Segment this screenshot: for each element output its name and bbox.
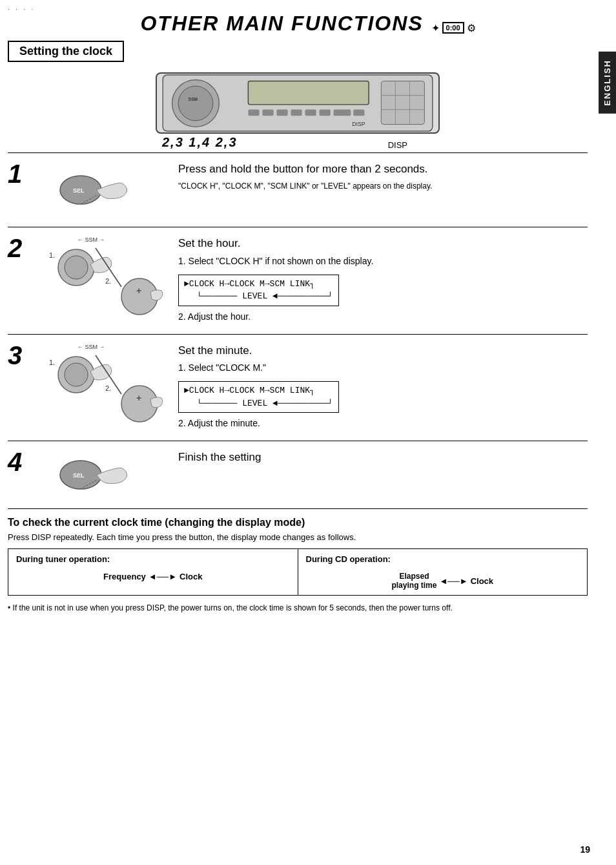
step-2-main: Set the hour. xyxy=(178,235,588,252)
step-1-number: 1 xyxy=(8,161,34,187)
diagram-label-disp: DISP xyxy=(388,140,407,150)
step-2-number: 2 xyxy=(8,235,34,261)
cd-clock-label: Clock xyxy=(471,576,493,586)
cd-arrows-row: Elapsedplaying time ◄──► Clock xyxy=(391,572,493,590)
step-1-illustration: SEL xyxy=(39,161,168,219)
step1-svg: SEL xyxy=(45,161,161,219)
step-1-main: Press and hold the button for more than … xyxy=(178,161,588,178)
svg-rect-10 xyxy=(320,110,331,116)
svg-rect-5 xyxy=(248,110,259,116)
cd-operation-header: During CD operation: xyxy=(306,554,580,564)
svg-text:2.: 2. xyxy=(105,277,111,285)
svg-text:← SSM →: ← SSM → xyxy=(77,344,105,350)
step-4-text: Finish the setting xyxy=(168,449,588,468)
diagram-labels: 2,3 1,4 2,3 DISP xyxy=(162,135,433,150)
step-2-sub2: 2. Adjust the hour. xyxy=(178,310,588,324)
step-2-display-line1: ►CLOCK H→CLOCK M→SCM LINK┐ xyxy=(184,278,333,291)
tuner-clock-label: Clock xyxy=(180,572,202,581)
tuner-operation-header: During tuner operation: xyxy=(16,554,290,564)
step-2-illustration: ← SSM → 1. 2. + xyxy=(39,235,168,319)
svg-text:1.: 1. xyxy=(49,251,55,259)
svg-text:+: + xyxy=(136,393,141,403)
diagram-label-left: 2,3 1,4 2,3 xyxy=(162,135,238,150)
step-4-number: 4 xyxy=(8,449,34,475)
step2-svg: ← SSM → 1. 2. + xyxy=(44,235,163,319)
step-3: 3 ← SSM → 1. 2. + Set the xyxy=(8,334,588,441)
cd-operation-cell: During CD operation: Elapsedplaying time… xyxy=(298,549,588,596)
svg-text:+: + xyxy=(136,286,141,296)
star-icon: ✦ xyxy=(431,22,440,34)
step-3-display-line1: ►CLOCK H→CLOCK M→SCM LINK┐ xyxy=(184,384,333,397)
gear-icon: ⚙ xyxy=(467,22,476,34)
bullet-note: • If the unit is not in use when you pre… xyxy=(8,602,588,614)
tuner-arrow-icon: ◄──► xyxy=(149,572,177,581)
step-1: 1 SEL Press and hold the button for more… xyxy=(8,152,588,227)
english-tab: ENGLISH xyxy=(599,52,616,114)
step-3-display: ►CLOCK H→CLOCK M→SCM LINK┐ └─────── LEVE… xyxy=(178,381,339,413)
step-3-sub1: 1. Select "CLOCK M." xyxy=(178,361,588,375)
check-desc: Press DISP repeatedly. Each time you pre… xyxy=(8,532,588,542)
step3-svg: ← SSM → 1. 2. + xyxy=(44,342,163,426)
svg-text:2.: 2. xyxy=(105,384,111,392)
step-2-text: Set the hour. 1. Select "CLOCK H" if not… xyxy=(168,235,588,326)
step-3-main: Set the minute. xyxy=(178,342,588,359)
header-icons: ✦ 0:00 ⚙ xyxy=(431,22,476,34)
svg-point-2 xyxy=(178,86,213,121)
step-3-number: 3 xyxy=(8,342,34,368)
svg-rect-4 xyxy=(248,81,369,104)
section-title: Setting the clock xyxy=(8,41,124,62)
step-3-display-line2: └─────── LEVEL ◄──────────┘ xyxy=(184,397,333,410)
svg-text:SEL: SEL xyxy=(73,472,85,479)
svg-point-25 xyxy=(65,256,88,279)
step-2-sub1: 1. Select "CLOCK H" if not shown on the … xyxy=(178,255,588,268)
cd-arrow-icon: ◄──► xyxy=(439,576,467,586)
frequency-label: Frequency xyxy=(103,572,146,581)
bullet-text: If the unit is not in use when you press… xyxy=(13,603,453,612)
cd-arrows: Elapsedplaying time ◄──► Clock xyxy=(306,572,580,590)
tuner-operation-cell: During tuner operation: Frequency ◄──► C… xyxy=(8,549,298,596)
svg-rect-6 xyxy=(262,110,273,116)
step-2-display: ►CLOCK H→CLOCK M→SCM LINK┐ └─────── LEVE… xyxy=(178,275,339,306)
step-4-main: Finish the setting xyxy=(178,449,588,466)
step-3-sub2: 2. Adjust the minute. xyxy=(178,417,588,430)
svg-rect-13 xyxy=(381,81,424,124)
step-4: 4 SEL Finish the setting xyxy=(8,441,588,508)
step-1-text: Press and hold the button for more than … xyxy=(168,161,588,192)
bullet-icon: • xyxy=(8,603,10,612)
step-2: 2 ← SSM → 1. 2. + xyxy=(8,227,588,334)
tuner-operation-content: Frequency ◄──► Clock xyxy=(16,569,290,581)
main-content: Setting the clock SSM xyxy=(0,41,595,632)
step-4-illustration: SEL xyxy=(39,449,168,501)
check-title: To check the current clock time (changin… xyxy=(8,517,588,528)
step-3-text: Set the minute. 1. Select "CLOCK M." ►CL… xyxy=(168,342,588,433)
svg-text:SEL: SEL xyxy=(73,187,85,194)
svg-text:DISP: DISP xyxy=(352,121,365,127)
svg-rect-7 xyxy=(276,110,287,116)
step-1-note: "CLOCK H", "CLOCK M", "SCM LINK" or "LEV… xyxy=(178,180,588,192)
cd-operation-content: Elapsedplaying time ◄──► Clock xyxy=(306,569,580,590)
elapsed-label: Elapsedplaying time xyxy=(391,572,436,590)
step4-svg: SEL xyxy=(45,449,161,501)
svg-text:← SSM →: ← SSM → xyxy=(77,236,105,243)
svg-text:1.: 1. xyxy=(49,359,55,366)
svg-rect-9 xyxy=(305,110,316,116)
step-2-display-line2: └─────── LEVEL ◄──────────┘ xyxy=(184,290,333,303)
page-header: OTHER MAIN FUNCTIONS ✦ 0:00 ⚙ xyxy=(0,0,616,41)
device-diagram: SSM DISP 2,3 1,4 2,3 DISP xyxy=(8,67,588,152)
tuner-arrows: Frequency ◄──► Clock xyxy=(16,572,290,581)
page-title: OTHER MAIN FUNCTIONS xyxy=(140,12,423,35)
svg-text:SSM: SSM xyxy=(188,97,198,101)
operations-table: During tuner operation: Frequency ◄──► C… xyxy=(8,548,588,596)
svg-rect-8 xyxy=(291,110,302,116)
svg-rect-11 xyxy=(334,110,351,116)
device-svg: SSM DISP xyxy=(156,72,440,134)
svg-rect-12 xyxy=(353,110,364,116)
check-section: To check the current clock time (changin… xyxy=(8,508,588,619)
time-display-icon: 0:00 xyxy=(442,22,464,34)
step-3-illustration: ← SSM → 1. 2. + xyxy=(39,342,168,426)
svg-point-33 xyxy=(65,363,88,386)
page-number: 19 xyxy=(580,844,590,855)
